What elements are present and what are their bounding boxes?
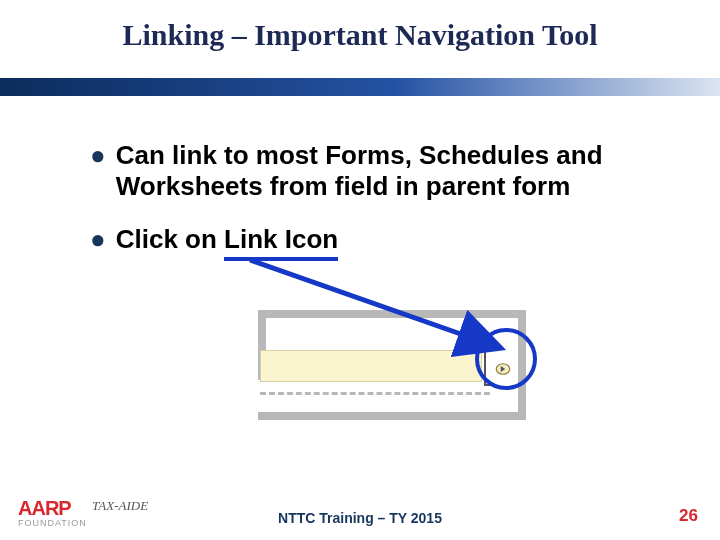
page-number: 26 <box>679 506 698 526</box>
footer-center-text: NTTC Training – TY 2015 <box>0 510 720 526</box>
bullet-dot-icon: ● <box>90 224 106 260</box>
body-text: ● Can link to most Forms, Schedules and … <box>90 140 630 283</box>
link-icon[interactable] <box>494 360 512 378</box>
slide: Linking – Important Navigation Tool ● Ca… <box>0 0 720 540</box>
bullet-2-prefix: Click on <box>116 224 224 254</box>
callout-circle <box>475 328 537 390</box>
bullet-1: ● Can link to most Forms, Schedules and … <box>90 140 630 202</box>
bullet-2-text: Click on Link Icon <box>116 224 338 260</box>
bullet-2-linked-text: Link Icon <box>224 224 338 260</box>
frame-bar <box>258 412 526 420</box>
bullet-2: ● Click on Link Icon <box>90 224 630 260</box>
slide-footer: AARP FOUNDATION TAX-AIDE NTTC Training –… <box>0 486 720 540</box>
form-field-highlight <box>260 350 482 382</box>
bullet-dot-icon: ● <box>90 140 106 202</box>
bullet-1-text: Can link to most Forms, Schedules and Wo… <box>116 140 630 202</box>
slide-title: Linking – Important Navigation Tool <box>0 18 720 52</box>
dashed-line <box>260 392 490 395</box>
link-icon-diagram <box>240 290 570 450</box>
frame-bar <box>258 310 518 318</box>
header-divider-bar <box>0 78 720 96</box>
